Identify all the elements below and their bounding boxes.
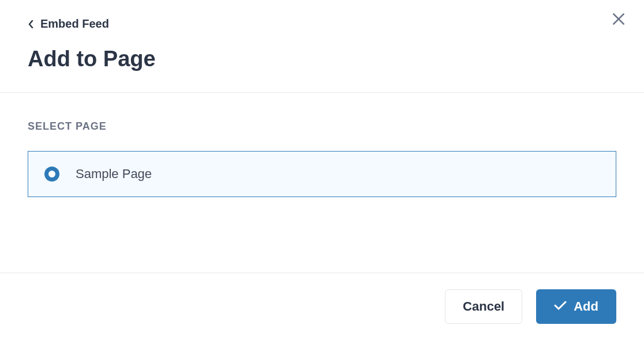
add-button[interactable]: Add: [536, 289, 616, 324]
cancel-button-label: Cancel: [463, 299, 504, 314]
check-icon: [554, 299, 567, 314]
close-button[interactable]: [609, 10, 628, 29]
radio-selected-icon: [44, 167, 59, 182]
modal-content: SELECT PAGE Sample Page: [0, 93, 644, 225]
close-icon: [611, 12, 626, 28]
breadcrumb-label: Embed Feed: [40, 17, 109, 31]
breadcrumb-back[interactable]: Embed Feed: [28, 17, 616, 31]
add-button-label: Add: [574, 299, 598, 314]
chevron-left-icon: [28, 21, 35, 28]
modal-header: Embed Feed Add to Page: [0, 0, 644, 93]
cancel-button[interactable]: Cancel: [445, 289, 522, 324]
modal-footer: Cancel Add: [0, 273, 644, 340]
section-label: SELECT PAGE: [28, 120, 616, 133]
page-option[interactable]: Sample Page: [28, 151, 616, 197]
page-title: Add to Page: [28, 47, 616, 71]
page-option-label: Sample Page: [76, 167, 152, 182]
